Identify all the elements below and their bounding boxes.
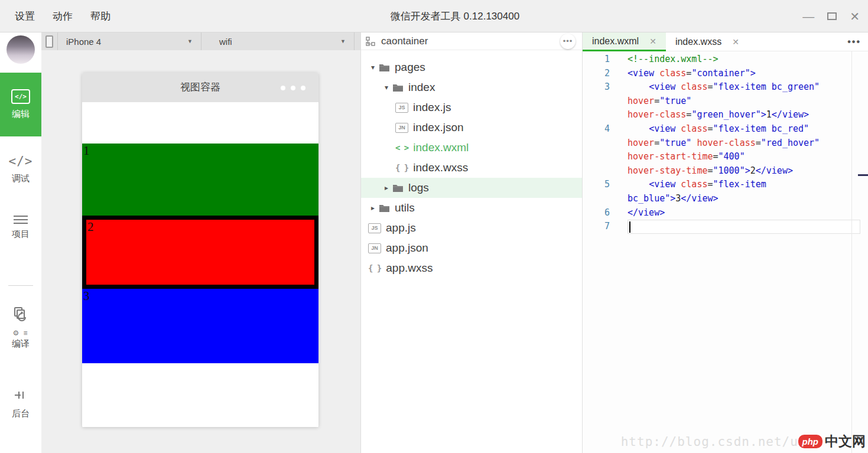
box-number: 2 [86, 220, 314, 233]
code-screen-icon: </> [11, 89, 30, 104]
tree-item-label: app.wxss [386, 262, 433, 275]
chevron-down-icon[interactable]: ▾ [382, 83, 391, 92]
code-text[interactable]: hover-start-time="400" [628, 150, 868, 164]
code-text[interactable]: <view class="flex-item [628, 178, 868, 192]
sidebar-item-label: 后台 [12, 408, 30, 419]
left-sidebar: </> 编辑 </> 调试 项目 ⚙ ≡ 编译 [0, 32, 41, 453]
tree-item-app.wxss[interactable]: { }app.wxss [361, 258, 583, 278]
code-text[interactable]: <view class="flex-item bc_red" [628, 122, 868, 136]
network-select[interactable]: wifi ▼ [201, 32, 354, 50]
line-number: 4 [583, 122, 610, 136]
code-line-5: 5 <view class="flex-item [583, 178, 868, 192]
sidebar-item-project[interactable]: 项目 [0, 208, 41, 246]
minimize-icon[interactable]: — [802, 11, 814, 22]
more-dots-icon[interactable] [281, 86, 305, 90]
network-select-value: wifi [219, 37, 232, 47]
avatar[interactable] [6, 35, 35, 64]
sidebar-item-background[interactable]: 后台 [0, 386, 41, 422]
wxml-file-icon: < > [395, 143, 408, 152]
view-container-box-1[interactable]: 1 [82, 144, 318, 216]
code-text[interactable]: <!--index.wxml--> [628, 53, 868, 67]
chevron-down-icon[interactable]: ▾ [368, 63, 378, 71]
code-text[interactable]: hover="true" hover-class="red_hover" [628, 136, 868, 151]
code-text[interactable]: hover="true" [628, 94, 868, 109]
tab-overflow-icon[interactable]: ••• [847, 32, 861, 51]
compile-refresh-icon [12, 307, 29, 327]
gear-lines-icon: ⚙ ≡ [12, 329, 28, 337]
menu-item-1[interactable]: 动作 [44, 9, 82, 23]
device-select[interactable]: iPhone 4 ▼ [58, 32, 201, 50]
tree-item-utils[interactable]: ▸utils [361, 198, 583, 218]
code-line-2: 2<view class="container"> [583, 67, 868, 81]
tree-item-label: app.js [386, 221, 416, 234]
php-logo-text: 中文网 [825, 432, 866, 451]
ellipsis-icon[interactable]: ••• [560, 34, 576, 49]
tab-label: index.wxml [592, 36, 639, 47]
watermark: http://blog.csdn.net/u0 php 中文网 [621, 432, 866, 451]
tree-item-pages[interactable]: ▾pages [361, 57, 583, 77]
line-number: 6 [583, 206, 610, 220]
close-icon[interactable]: ✕ [649, 37, 656, 46]
view-container-box-3[interactable]: 3 [82, 289, 318, 363]
code-area[interactable]: 1<!--index.wxml-->2<view class="containe… [583, 51, 868, 453]
code-text[interactable]: bc_blue">3</view> [628, 192, 868, 206]
tree-item-index.json[interactable]: JNindex.json [361, 118, 583, 138]
code-text[interactable]: hover-class="green_hover">1</view> [628, 108, 868, 122]
tab-label: index.wxss [675, 37, 721, 47]
wxss-file-icon: { } [395, 163, 408, 172]
menu-item-0[interactable]: 设置 [6, 9, 44, 23]
box-number: 3 [82, 289, 318, 302]
tree-item-label: app.json [386, 242, 428, 255]
folder-icon [392, 184, 404, 193]
scrollbar-cursor-mark [858, 174, 868, 176]
sidebar-item-compile[interactable]: ⚙ ≡ 编译 [0, 299, 41, 356]
tree-item-app.json[interactable]: JNapp.json [361, 238, 583, 258]
line-number [583, 192, 610, 206]
chevron-down-icon: ▼ [340, 38, 346, 44]
tab-index.wxml[interactable]: index.wxml✕ [583, 32, 666, 51]
code-line-wrap-10: bc_blue">3</view> [583, 192, 868, 206]
editor-scrollbar-track[interactable] [851, 51, 852, 453]
code-line-1: 1<!--index.wxml--> [583, 53, 868, 67]
tab-index.wxss[interactable]: index.wxss✕ [666, 32, 749, 51]
close-icon[interactable]: ✕ [850, 11, 860, 22]
json-file-icon: JN [395, 123, 408, 133]
close-icon[interactable]: ✕ [732, 37, 739, 47]
tree-item-logs[interactable]: ▸logs [361, 178, 583, 198]
folder-icon [379, 204, 390, 213]
maximize-icon[interactable] [827, 12, 837, 20]
tree-item-label: index.wxml [413, 141, 469, 154]
code-line-4: 4 <view class="flex-item bc_red" [583, 122, 868, 136]
tree-item-index[interactable]: ▾index [361, 77, 583, 97]
tree-item-index.wxml[interactable]: < >index.wxml [361, 138, 583, 158]
code-text[interactable]: <view class="flex-item bc_green" [628, 80, 868, 94]
menu-bar: 设置动作帮助 [6, 0, 119, 32]
device-frame-icon[interactable] [41, 32, 57, 50]
line-number [583, 150, 610, 164]
code-text[interactable]: hover-stay-time="1000">2</view> [628, 164, 868, 178]
file-tree: ▾pages▾indexJSindex.jsJNindex.json< >ind… [361, 50, 583, 453]
code-editor-panel: index.wxml✕index.wxss✕ ••• 1<!--index.wx… [582, 32, 868, 453]
php-cn-logo: php 中文网 [797, 432, 866, 451]
menu-item-2[interactable]: 帮助 [82, 9, 119, 23]
tree-item-index.wxss[interactable]: { }index.wxss [361, 158, 583, 178]
sidebar-item-edit[interactable]: </> 编辑 [0, 73, 41, 136]
code-text[interactable] [628, 220, 860, 234]
line-number: 3 [583, 80, 610, 94]
line-number: 2 [583, 67, 610, 81]
chevron-right-icon[interactable]: ▸ [382, 184, 391, 192]
chevron-right-icon[interactable]: ▸ [368, 204, 378, 212]
code-brackets-icon: </> [9, 154, 33, 168]
code-line-wrap-4: hover-class="green_hover">1</view> [583, 108, 868, 122]
phone-page-content: 123 [82, 102, 318, 427]
view-container-box-2[interactable]: 2 [82, 216, 318, 289]
tree-item-index.js[interactable]: JSindex.js [361, 97, 583, 118]
tree-item-app.js[interactable]: JSapp.js [361, 218, 583, 238]
tree-item-label: index.json [413, 121, 464, 134]
device-select-value: iPhone 4 [66, 37, 101, 47]
sidebar-item-debug[interactable]: </> 调试 [0, 148, 41, 190]
phone-navigation-bar: 视图容器 [82, 73, 318, 102]
code-text[interactable]: <view class="container"> [628, 67, 868, 81]
json-file-icon: JN [368, 243, 381, 253]
code-text[interactable]: </view> [628, 206, 868, 220]
